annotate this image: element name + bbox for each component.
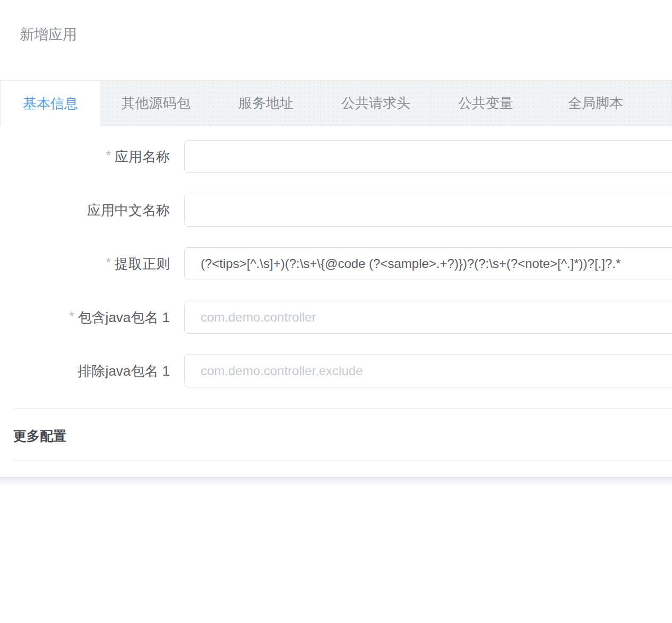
form-row-app-chinese-name: *应用中文名称: [0, 194, 672, 227]
tab-service-address[interactable]: 服务地址: [211, 81, 321, 126]
label-exclude-java-package: *排除java包名 1: [0, 354, 170, 387]
more-config-heading: 更多配置: [13, 427, 672, 445]
label-extract-regex: *提取正则: [0, 247, 170, 281]
required-marker: *: [106, 139, 111, 172]
label-text: 应用中文名称: [87, 202, 170, 218]
tab-basic-info[interactable]: 基本信息: [0, 81, 101, 126]
required-marker: *: [70, 300, 74, 333]
input-exclude-java-package[interactable]: [184, 354, 672, 387]
label-app-chinese-name: *应用中文名称: [0, 194, 170, 227]
panel-bottom-shadow: [0, 477, 672, 486]
label-text: 应用名称: [115, 149, 170, 165]
tab-strip-filler: [650, 81, 672, 126]
basic-info-form: *应用名称*应用中文名称*提取正则*包含java包名 1*排除java包名 1: [0, 140, 672, 387]
new-application-page: 新增应用 基本信息其他源码包服务地址公共请求头公共变量全局脚本 *应用名称*应用…: [0, 0, 672, 623]
form-row-exclude-java-package: *排除java包名 1: [0, 354, 672, 387]
label-text: 包含java包名 1: [78, 309, 170, 325]
section-divider-top: [13, 408, 672, 409]
label-app-name: *应用名称: [0, 140, 170, 174]
page-title: 新增应用: [20, 25, 672, 44]
form-row-extract-regex: *提取正则: [0, 247, 672, 280]
tab-common-headers[interactable]: 公共请求头: [321, 81, 430, 126]
tab-common-vars[interactable]: 公共变量: [430, 81, 540, 126]
tab-strip: 基本信息其他源码包服务地址公共请求头公共变量全局脚本: [0, 80, 672, 126]
input-app-name[interactable]: [184, 140, 672, 173]
required-marker: *: [106, 246, 111, 279]
page-header: 新增应用: [0, 0, 672, 44]
form-row-include-java-package: *包含java包名 1: [0, 301, 672, 334]
tab-global-script[interactable]: 全局脚本: [540, 81, 650, 126]
form-row-app-name: *应用名称: [0, 140, 672, 173]
tab-other-source[interactable]: 其他源码包: [101, 81, 211, 126]
label-include-java-package: *包含java包名 1: [0, 301, 170, 334]
label-text: 提取正则: [115, 256, 170, 272]
input-app-chinese-name[interactable]: [184, 194, 672, 227]
label-text: 排除java包名 1: [78, 363, 170, 379]
section-divider-bottom: [13, 460, 672, 461]
input-include-java-package[interactable]: [184, 301, 672, 334]
input-extract-regex[interactable]: [184, 247, 672, 280]
